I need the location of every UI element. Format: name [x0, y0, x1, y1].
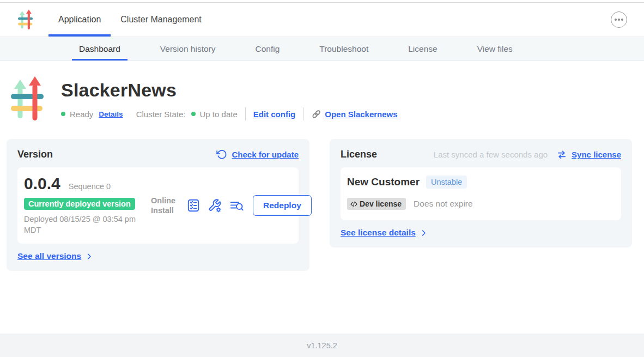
- customer-name: New Customer: [347, 176, 420, 188]
- top-nav-tabs: Application Cluster Management: [48, 3, 211, 37]
- subnav-config-label: Config: [256, 44, 280, 54]
- view-logs-button[interactable]: [229, 198, 244, 213]
- subnav-item-view-files[interactable]: View files: [470, 37, 520, 60]
- sync-license-label: Sync license: [572, 150, 621, 159]
- customer-row: New Customer Unstable: [347, 176, 615, 189]
- version-card: Version Check for update 0.0.4 Sequence …: [7, 139, 309, 271]
- see-license-details-label: See license details: [341, 228, 416, 238]
- version-actions: Online Install: [151, 195, 312, 216]
- lines-magnifier-icon: [229, 198, 244, 213]
- license-card: License Last synced a few seconds ago Sy…: [330, 139, 632, 247]
- license-expiry: Does not expire: [414, 199, 473, 209]
- tab-application[interactable]: Application: [48, 3, 111, 37]
- see-all-versions-link[interactable]: See all versions: [17, 251, 93, 261]
- subnav-item-license[interactable]: License: [401, 37, 444, 60]
- cluster-state-value: Up to date: [200, 110, 238, 119]
- license-details-panel: New Customer Unstable Dev license Does n…: [341, 167, 621, 220]
- subnav-troubleshoot-label: Troubleshoot: [319, 44, 368, 54]
- redeploy-button[interactable]: Redeploy: [253, 195, 312, 216]
- last-synced-text: Last synced a few seconds ago: [434, 150, 548, 159]
- subnav-dashboard-label: Dashboard: [79, 44, 120, 54]
- details-link[interactable]: Details: [99, 110, 123, 118]
- version-sequence: Sequence 0: [69, 182, 111, 191]
- more-menu-button[interactable]: [611, 11, 627, 28]
- open-app-link[interactable]: Open Slackernews: [311, 109, 397, 119]
- current-version-panel: 0.0.4 Sequence 0 Currently deployed vers…: [17, 167, 299, 244]
- cluster-state-label: Cluster State:: [136, 110, 186, 119]
- license-type-badge: Dev license: [347, 198, 406, 210]
- app-info: SlackerNews Ready Details Cluster State:…: [61, 76, 398, 121]
- top-navigation-bar: Application Cluster Management: [0, 3, 644, 37]
- open-app-label: Open Slackernews: [325, 110, 397, 119]
- license-header-right: Last synced a few seconds ago Sync licen…: [434, 149, 621, 160]
- divider: [245, 107, 246, 120]
- subnav-item-dashboard[interactable]: Dashboard: [72, 37, 127, 60]
- app-sub-navigation: Dashboard Version history Config Trouble…: [0, 37, 644, 61]
- view-config-button[interactable]: [208, 198, 222, 213]
- console-footer: v1.125.2: [0, 334, 644, 357]
- version-number-row: 0.0.4 Sequence 0: [24, 174, 151, 193]
- subnav-view-files-label: View files: [477, 44, 513, 54]
- refresh-icon: [216, 149, 227, 160]
- version-card-title: Version: [17, 149, 53, 160]
- app-icon: [11, 76, 45, 121]
- see-license-details-link[interactable]: See license details: [341, 228, 428, 238]
- app-ready-dot-icon: [61, 112, 65, 116]
- sync-license-link[interactable]: Sync license: [556, 149, 621, 160]
- subnav-item-version-history[interactable]: Version history: [153, 37, 223, 60]
- license-meta-row: Dev license Does not expire: [347, 198, 615, 210]
- wrench-gear-icon: [208, 198, 222, 213]
- subnav-license-label: License: [408, 44, 437, 54]
- sync-arrows-icon: [556, 149, 567, 160]
- checklist-icon: [186, 198, 201, 213]
- deployed-timestamp: Deployed 08/15/25 @ 03:54 pm MDT: [24, 214, 152, 235]
- top-nav-right: [611, 3, 627, 37]
- chain-link-icon: [311, 109, 321, 119]
- page-title: SlackerNews: [61, 80, 398, 101]
- license-card-header: License Last synced a few seconds ago Sy…: [341, 149, 621, 160]
- dashboard-cards: Version Check for update 0.0.4 Sequence …: [0, 139, 644, 271]
- cluster-state-dot-icon: [191, 112, 196, 116]
- tab-cluster-management[interactable]: Cluster Management: [111, 3, 211, 37]
- see-all-versions-label: See all versions: [17, 251, 81, 261]
- app-status-row: Ready Details Cluster State: Up to date …: [61, 107, 398, 120]
- version-number: 0.0.4: [24, 174, 60, 193]
- edit-config-link[interactable]: Edit config: [253, 110, 296, 119]
- license-card-title: License: [341, 149, 377, 160]
- check-for-update-label: Check for update: [232, 150, 299, 159]
- slackernews-logo-icon: [18, 9, 33, 30]
- license-type-label: Dev license: [360, 199, 402, 208]
- app-ready-label: Ready: [70, 110, 93, 119]
- divider: [303, 107, 303, 120]
- console-version: v1.125.2: [307, 341, 337, 350]
- tab-cluster-management-label: Cluster Management: [120, 15, 202, 25]
- preflight-checks-button[interactable]: [186, 198, 201, 213]
- tab-application-label: Application: [58, 15, 101, 25]
- version-details: 0.0.4 Sequence 0 Currently deployed vers…: [24, 174, 151, 235]
- subnav-item-config[interactable]: Config: [248, 37, 287, 60]
- check-for-update-link[interactable]: Check for update: [216, 149, 299, 160]
- code-brackets-icon: [350, 200, 358, 208]
- subnav-item-troubleshoot[interactable]: Troubleshoot: [312, 37, 375, 60]
- deployed-badge: Currently deployed version: [24, 198, 135, 210]
- install-type-label: Online Install: [151, 196, 179, 215]
- chevron-right-icon: [85, 252, 93, 261]
- channel-badge: Unstable: [426, 176, 467, 189]
- app-header: SlackerNews Ready Details Cluster State:…: [0, 61, 644, 121]
- subnav-version-history-label: Version history: [160, 44, 216, 54]
- version-card-header: Version Check for update: [17, 149, 299, 160]
- ellipsis-icon: [615, 19, 617, 21]
- chevron-right-icon: [420, 229, 428, 237]
